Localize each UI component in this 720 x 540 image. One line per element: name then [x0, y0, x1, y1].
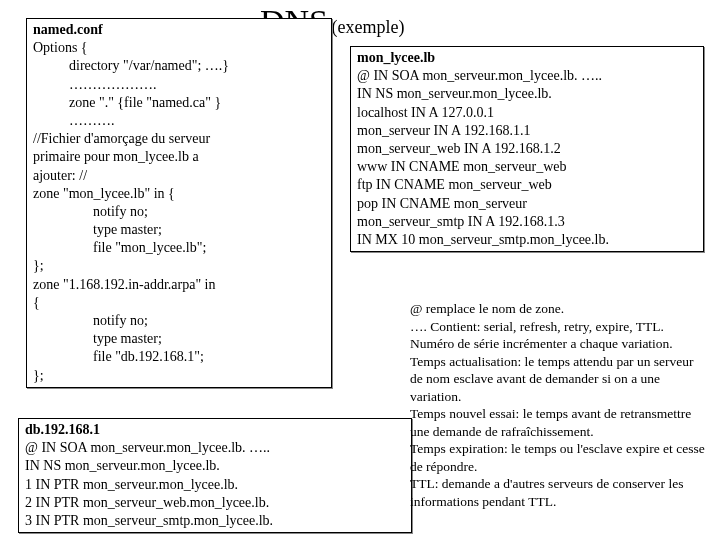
notes-block: @ remplace le nom de zone. …. Contient: …	[410, 300, 706, 511]
note-line: …. Contient: serial, refresh, retry, exp…	[410, 318, 706, 336]
note-line: Numéro de série incrémenter a chaque var…	[410, 335, 706, 353]
db-line: 1 IN PTR mon_serveur.mon_lycee.lb.	[25, 476, 405, 494]
db-line: 3 IN PTR mon_serveur_smtp.mon_lycee.lb.	[25, 512, 405, 530]
zone-line: mon_serveur_web IN A 192.168.1.2	[357, 140, 697, 158]
named-line: ……….	[33, 112, 325, 130]
named-line: type master;	[33, 221, 325, 239]
zone-line: ftp IN CNAME mon_serveur_web	[357, 176, 697, 194]
named-conf-box: named.conf Options { directory "/var/nam…	[26, 18, 332, 388]
zone-heading: mon_lycee.lb	[357, 49, 697, 67]
named-line: notify no;	[33, 312, 325, 330]
named-line: primaire pour mon_lycee.lb a	[33, 148, 325, 166]
named-line: };	[33, 257, 325, 275]
named-line: directory "/var/named"; ….}	[33, 57, 325, 75]
zone-line: mon_serveur_smtp IN A 192.168.1.3	[357, 213, 697, 231]
db-line: 2 IN PTR mon_serveur_web.mon_lycee.lb.	[25, 494, 405, 512]
note-line: Temps expiration: le temps ou l'esclave …	[410, 440, 706, 475]
named-line: file "db.192.168.1";	[33, 348, 325, 366]
zone-line: mon_serveur IN A 192.168.1.1	[357, 122, 697, 140]
named-line: ajouter: //	[33, 167, 325, 185]
zone-line: IN MX 10 mon_serveur_smtp.mon_lycee.lb.	[357, 231, 697, 249]
db-file-box: db.192.168.1 @ IN SOA mon_serveur.mon_ly…	[18, 418, 412, 533]
named-line: zone "." {file "named.ca" }	[33, 94, 325, 112]
named-line: ……………….	[33, 76, 325, 94]
named-line: };	[33, 367, 325, 385]
named-line: notify no;	[33, 203, 325, 221]
note-line: Temps actualisation: le temps attendu pa…	[410, 353, 706, 406]
note-line: Temps nouvel essai: le temps avant de re…	[410, 405, 706, 440]
named-line: Options {	[33, 39, 325, 57]
note-line: TTL: demande a d'autres serveurs de cons…	[410, 475, 706, 510]
title-small: (exemple)	[332, 17, 405, 37]
db-line: IN NS mon_serveur.mon_lycee.lb.	[25, 457, 405, 475]
named-line: type master;	[33, 330, 325, 348]
named-line: {	[33, 294, 325, 312]
zone-line: www IN CNAME mon_serveur_web	[357, 158, 697, 176]
zone-line: pop IN CNAME mon_serveur	[357, 195, 697, 213]
zone-file-box: mon_lycee.lb @ IN SOA mon_serveur.mon_ly…	[350, 46, 704, 252]
named-line: zone "mon_lycee.lb" in {	[33, 185, 325, 203]
named-line: //Fichier d'amorçage du serveur	[33, 130, 325, 148]
named-line: zone "1.168.192.in-addr.arpa" in	[33, 276, 325, 294]
named-line: file "mon_lycee.lb";	[33, 239, 325, 257]
note-line: @ remplace le nom de zone.	[410, 300, 706, 318]
db-heading: db.192.168.1	[25, 421, 405, 439]
named-heading: named.conf	[33, 21, 325, 39]
zone-line: localhost IN A 127.0.0.1	[357, 104, 697, 122]
zone-line: @ IN SOA mon_serveur.mon_lycee.lb. …..	[357, 67, 697, 85]
zone-line: IN NS mon_serveur.mon_lycee.lb.	[357, 85, 697, 103]
db-line: @ IN SOA mon_serveur.mon_lycee.lb. …..	[25, 439, 405, 457]
